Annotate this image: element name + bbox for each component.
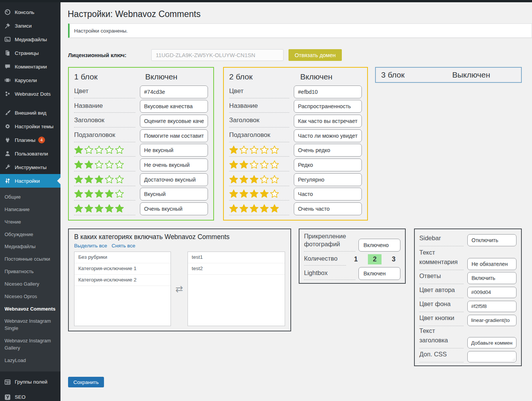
block1-heading-input[interactable] [140,115,208,127]
block2-subheading-input[interactable] [294,129,362,142]
category-item[interactable]: Без рубрики [74,252,171,263]
submenu-item-webnavoz-instagram-gallery[interactable]: Webnavoz Instagram Gallery [0,335,60,354]
block1-title-input[interactable] [140,100,208,113]
sidebar-item-label: SEO [15,394,26,400]
block2-color-input[interactable] [294,85,362,98]
lightbox-toggle[interactable]: Включен [358,267,400,280]
gear-icon [4,123,11,130]
bg-color-label: Цвет фона [419,299,464,312]
block2-rating3-input[interactable] [294,173,362,186]
menu-separator [0,101,60,106]
rating-stars-4 [74,189,135,201]
select-all-link[interactable]: Выделить все [74,243,107,249]
block1-subheading-input[interactable] [140,129,208,142]
block-status[interactable]: Включен [300,72,332,81]
sidebar-toggle[interactable]: Отключить [467,234,516,246]
available-categories-list[interactable]: Без рубрики Категория-исключение 1 Катег… [74,252,171,326]
sidebar-item-tools[interactable]: Инструменты [0,160,60,174]
submenu-item-reading[interactable]: Чтение [0,216,60,228]
sidebar-item-dashboard[interactable]: Консоль [0,5,60,19]
user-icon [4,150,11,157]
bg-color-input[interactable] [467,301,516,312]
photo-count-option-1[interactable]: 1 [349,254,363,264]
block2-rating4-input[interactable] [294,188,362,201]
block2-rating2-input[interactable] [294,159,362,171]
submenu-item-general[interactable]: Общие [0,191,60,204]
submenu-item-permalinks[interactable]: Постоянные ссылки [0,253,60,266]
button-color-input[interactable] [467,315,516,326]
sidebar-item-theme-settings[interactable]: Настройки темы [0,120,60,133]
dots-icon [4,90,11,98]
author-color-input[interactable] [467,287,516,298]
submenu-item-niceseo-gallery[interactable]: Niceseo Gallery [0,278,60,291]
block1-rating1-input[interactable] [140,144,208,157]
header-text-input[interactable] [467,337,516,348]
submenu-item-media[interactable]: Медиафайлы [0,241,60,253]
button-color-label: Цвет кнопки [419,313,464,326]
category-item[interactable]: test1 [188,252,285,263]
field-label: Подзаголовок [74,132,135,142]
sidebar-item-plugins[interactable]: Плагины 4 [0,133,60,147]
rating-stars-2 [74,160,135,171]
block1-rating3-input[interactable] [140,173,208,186]
photo-count-option-2[interactable]: 2 [368,254,382,264]
selected-categories-list[interactable]: test1 test2 [188,252,285,326]
submenu-item-privacy[interactable]: Приватность [0,266,60,278]
deselect-all-link[interactable]: Снять все [112,243,135,249]
block-status[interactable]: Включен [145,72,177,81]
block1-rating2-input[interactable] [140,159,208,171]
block1-color-input[interactable] [140,85,208,98]
settings-page: Настройки: Webnavoz Comments Настройки с… [60,0,532,401]
author-color-label: Цвет автора [419,285,464,298]
block2-heading-input[interactable] [294,115,362,127]
category-item[interactable]: Категория-исключение 2 [74,275,171,286]
attach-photos-toggle[interactable]: Включено [358,239,400,252]
block1-rating5-input[interactable] [140,202,208,215]
sidebar-item-posts[interactable]: Записи [0,19,60,33]
table-icon [4,378,11,386]
custom-css-textarea[interactable] [467,351,516,362]
wrench-icon [4,163,11,171]
sidebar-item-label: Настройки темы [15,124,53,129]
sidebar-item-label: Внешний вид [15,110,47,116]
submenu-item-discussion[interactable]: Обсуждение [0,228,60,241]
submenu-item-writing[interactable]: Написание [0,204,60,216]
sidebar-item-pages[interactable]: Страницы [0,46,60,60]
block2-title-input[interactable] [294,100,362,113]
category-item[interactable]: Категория-исключение 1 [74,263,171,275]
rating-stars-5 [229,204,289,215]
license-key-input[interactable] [151,49,284,61]
pages-icon [4,49,11,57]
category-item[interactable]: test2 [188,263,285,275]
submenu-item-webnavoz-instagram-single[interactable]: Webnavoz Instagram Single [0,315,60,335]
block-name: 3 блок [381,70,452,79]
carousel-icon [4,76,11,84]
block-status[interactable]: Выключен [452,70,490,79]
rating-block-2: 2 блок Включен Цвет Название Заголовок П… [223,67,368,221]
sidebar-item-webnavoz-dots[interactable]: Webnavoz Dots [0,87,60,101]
replies-label: Ответы [419,271,464,284]
sidebar-item-settings[interactable]: Настройки [0,174,60,188]
comment-text-toggle[interactable]: Не обязателен [467,258,516,270]
sidebar-item-field-groups[interactable]: Группы полей [0,375,60,389]
submenu-item-lazyload[interactable]: LazyLoad [0,354,60,367]
sidebar-item-carousels[interactable]: Карусели [0,73,60,87]
categories-box: В каких категориях включать Webnavoz Com… [68,228,291,331]
save-button[interactable]: Сохранить [68,377,104,387]
block2-rating5-input[interactable] [294,202,362,215]
field-label: Заголовок [74,117,135,127]
block1-rating4-input[interactable] [140,188,208,201]
sidebar-item-users[interactable]: Пользователи [0,147,60,160]
field-label: Заголовок [229,117,289,127]
sidebar-item-seo[interactable]: SEO [0,389,60,401]
submenu-item-niceseo-opros[interactable]: Niceseo Opros [0,291,60,303]
sidebar-item-comments[interactable]: Комментарии [0,60,60,73]
photo-count-option-3[interactable]: 3 [387,254,400,264]
block2-rating1-input[interactable] [294,144,362,157]
submenu-item-webnavoz-comments[interactable]: Webnavoz Comments [0,303,60,316]
replies-toggle[interactable]: Включить [467,272,516,284]
unbind-domain-button[interactable]: Отвязать домен [288,49,342,61]
sidebar-item-media[interactable]: Медиафайлы [0,33,60,46]
sidebar-item-appearance[interactable]: Внешний вид [0,106,60,120]
rating-stars-1 [74,145,135,157]
